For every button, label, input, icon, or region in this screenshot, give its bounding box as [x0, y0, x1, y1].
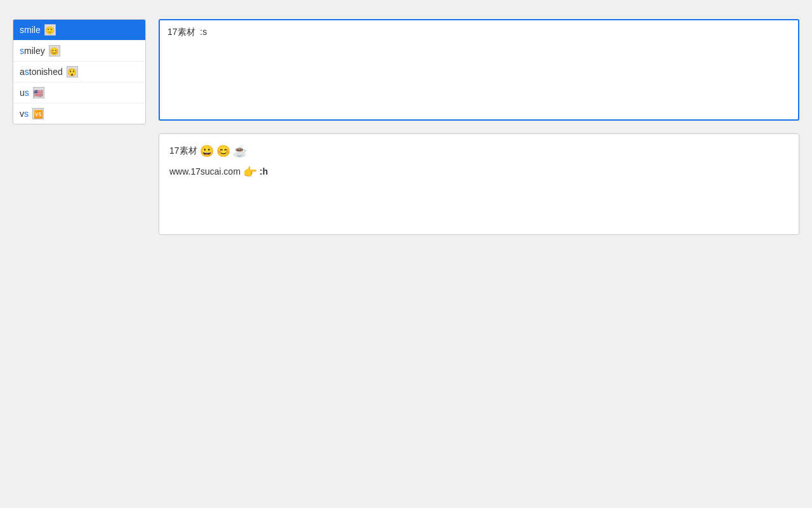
- preview-line-2: www.17sucai.com 👉 :h: [169, 164, 789, 180]
- preview-emoji-1: 😀: [200, 145, 214, 157]
- us-emoji-icon: 🇺🇸: [33, 87, 44, 98]
- item-label-astonished: astonished: [20, 67, 63, 77]
- preview-line-1: 17素材 😀 😊 ☕: [169, 143, 789, 159]
- main-area: 17素材 😀 😊 ☕ www.17sucai.com 👉 :h: [159, 19, 799, 235]
- autocomplete-item-astonished[interactable]: astonished 😲: [13, 62, 145, 83]
- autocomplete-item-smile[interactable]: smile 🙂: [13, 20, 145, 41]
- item-label-smile: smile: [20, 25, 41, 35]
- preview-site: www.17sucai.com: [169, 164, 240, 180]
- item-label-smiley: smiley: [20, 46, 45, 56]
- autocomplete-item-smiley[interactable]: smiley 😊: [13, 41, 145, 62]
- text-input[interactable]: [159, 19, 799, 121]
- item-label-us: us: [20, 88, 29, 98]
- vs-emoji-icon: 🆚: [32, 108, 44, 119]
- preview-box: 17素材 😀 😊 ☕ www.17sucai.com 👉 :h: [159, 133, 799, 235]
- smiley-emoji-icon: 😊: [49, 45, 60, 57]
- preview-emoji-3: ☕: [233, 145, 247, 157]
- autocomplete-dropdown: smile 🙂 smiley 😊 astonished 😲 us 🇺🇸 vs: [13, 19, 146, 124]
- preview-partial-code: :h: [259, 164, 268, 180]
- astonished-emoji-icon: 😲: [67, 66, 78, 77]
- autocomplete-item-vs[interactable]: vs 🆚: [13, 104, 145, 124]
- autocomplete-item-us[interactable]: us 🇺🇸: [13, 83, 145, 104]
- preview-emoji-2: 😊: [216, 145, 230, 157]
- item-label-vs: vs: [20, 109, 29, 119]
- preview-emoji-4: 👉: [243, 166, 257, 178]
- preview-text-1: 17素材: [169, 143, 197, 159]
- smile-emoji-icon: 🙂: [44, 24, 56, 36]
- page-container: smile 🙂 smiley 😊 astonished 😲 us 🇺🇸 vs: [0, 0, 812, 254]
